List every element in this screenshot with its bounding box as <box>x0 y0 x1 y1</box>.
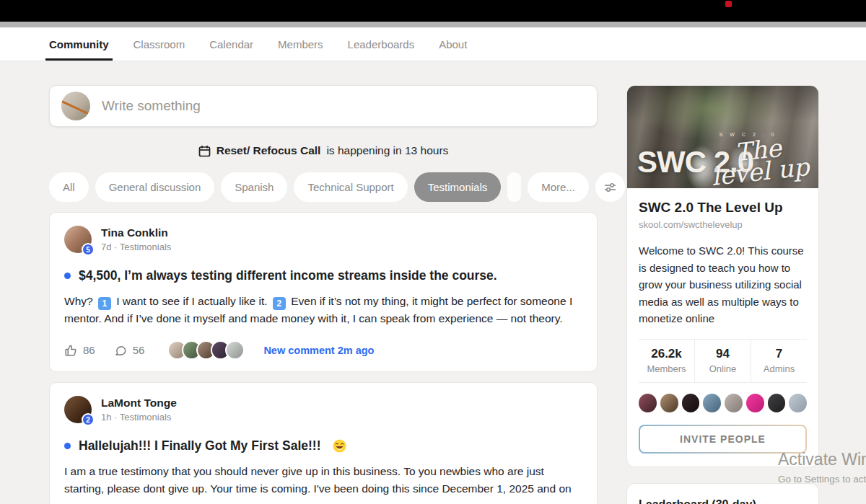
sliders-icon <box>604 182 616 193</box>
tab-classroom[interactable]: Classroom <box>134 27 185 61</box>
like-count: 86 <box>83 344 95 356</box>
filter-spanish[interactable]: Spanish <box>221 172 287 202</box>
post-meta: 1h · Testimonials <box>101 412 177 423</box>
new-comment-link[interactable]: New comment 2m ago <box>263 345 374 356</box>
tab-about[interactable]: About <box>439 27 467 61</box>
level-badge: 2 <box>82 413 95 426</box>
member-avatar[interactable] <box>725 394 743 412</box>
post-author-avatar[interactable]: 5 <box>64 226 92 253</box>
tab-calendar[interactable]: Calendar <box>209 27 253 61</box>
body-text: I want to see if I actually like it. <box>116 295 267 307</box>
member-avatar[interactable] <box>746 394 764 412</box>
keycap-1-emoji: 1 <box>98 297 111 310</box>
member-avatar[interactable] <box>768 394 786 412</box>
group-banner-image[interactable]: S W C 2 . 0 SWC 2.0 The level up <box>627 86 818 188</box>
filter-testimonials[interactable]: Testimonials <box>414 172 502 202</box>
post-title[interactable]: $4,500, I’m always testing different inc… <box>79 268 497 283</box>
leaderboard-card: Leaderboard (30-day) <box>626 483 819 504</box>
group-description: Welcome to SWC 2.0! This course is desig… <box>639 242 807 327</box>
group-stats: 26.2k Members 94 Online 7 Admins <box>639 339 807 383</box>
post-author-avatar[interactable]: 2 <box>64 396 92 423</box>
event-title: Reset/ Refocus Call <box>216 144 321 157</box>
post-author-name[interactable]: LaMont Tonge <box>101 397 177 410</box>
filter-technical-support[interactable]: Technical Support <box>294 172 407 202</box>
comment-button[interactable]: 56 <box>114 344 145 357</box>
member-avatar[interactable] <box>682 394 700 412</box>
composer-placeholder: Write something <box>102 98 201 114</box>
post-title[interactable]: Hallelujah!!! I Finally Got My First Sal… <box>79 438 320 454</box>
leaderboard-title: Leaderboard (30-day) <box>639 498 807 504</box>
group-url: skool.com/swcthelevelup <box>639 219 807 230</box>
post-author-name[interactable]: Tina Conklin <box>101 226 171 239</box>
like-button[interactable]: 86 <box>64 344 95 357</box>
post-meta: 7d · Testimonials <box>101 242 171 252</box>
community-nav: Community Classroom Calendar Members Lea… <box>0 27 866 61</box>
group-info-card: S W C 2 . 0 SWC 2.0 The level up SWC 2.0… <box>626 85 819 467</box>
post-body: Why? 1 I want to see if I actually like … <box>64 293 582 327</box>
stat-label: Online <box>695 363 751 374</box>
keycap-2-emoji: 2 <box>273 297 286 310</box>
comment-icon <box>114 344 127 357</box>
tab-leaderboards[interactable]: Leaderboards <box>348 27 415 61</box>
unread-dot <box>64 443 71 449</box>
group-name[interactable]: SWC 2.0 The Level Up <box>639 200 807 216</box>
member-avatar[interactable] <box>703 394 721 412</box>
stat-value: 7 <box>751 347 807 361</box>
member-avatar[interactable] <box>639 394 657 412</box>
upcoming-event-banner[interactable]: Reset/ Refocus Call is happening in 13 h… <box>49 144 598 157</box>
stat-online[interactable]: 94 Online <box>694 340 751 382</box>
filter-all[interactable]: All <box>49 172 89 202</box>
feed-column: Write something Reset/ Refocus Call is h… <box>49 61 598 504</box>
stat-label: Members <box>639 363 694 374</box>
tab-members[interactable]: Members <box>278 27 323 61</box>
avatar <box>225 340 245 360</box>
banner-script-text: The level up <box>703 133 815 187</box>
current-user-avatar <box>61 92 90 120</box>
post-card[interactable]: 2 LaMont Tonge 1h · Testimonials Hallelu… <box>49 382 598 504</box>
stat-label: Admins <box>751 363 807 374</box>
member-avatar[interactable] <box>789 394 807 412</box>
filter-more[interactable]: More... <box>528 172 589 202</box>
unread-dot <box>64 273 71 279</box>
member-avatar[interactable] <box>660 394 678 412</box>
body-text: Why? <box>64 295 93 307</box>
calendar-icon <box>198 145 211 157</box>
event-time-text: is happening in 13 hours <box>326 144 448 157</box>
filter-instagram[interactable]: Instagram <box>507 172 521 202</box>
invite-people-button[interactable]: INVITE PEOPLE <box>639 425 807 454</box>
post-card[interactable]: 5 Tina Conklin 7d · Testimonials $4,500,… <box>49 212 598 372</box>
category-filter-row: All General discussion Spanish Technical… <box>49 172 598 202</box>
browser-chrome-bar <box>0 0 866 22</box>
extension-red-icon[interactable] <box>725 1 732 7</box>
stat-value: 26.2k <box>639 347 694 361</box>
member-avatar-row <box>639 394 807 412</box>
sidebar: S W C 2 . 0 SWC 2.0 The level up SWC 2.0… <box>626 61 819 504</box>
chrome-divider <box>0 22 866 27</box>
tab-community[interactable]: Community <box>49 27 109 61</box>
stat-value: 94 <box>695 347 751 361</box>
post-body: I am a true testimony that you should ne… <box>64 463 582 498</box>
filter-settings-button[interactable] <box>595 172 625 202</box>
comment-count: 56 <box>133 344 145 356</box>
level-badge: 5 <box>82 243 95 256</box>
post-composer[interactable]: Write something <box>49 85 598 127</box>
thumbs-up-icon <box>64 344 77 357</box>
stat-admins[interactable]: 7 Admins <box>751 340 807 382</box>
stat-members[interactable]: 26.2k Members <box>639 340 694 382</box>
commenter-avatars <box>167 340 245 360</box>
grinning-face-emoji <box>333 439 346 453</box>
filter-general-discussion[interactable]: General discussion <box>95 172 215 202</box>
